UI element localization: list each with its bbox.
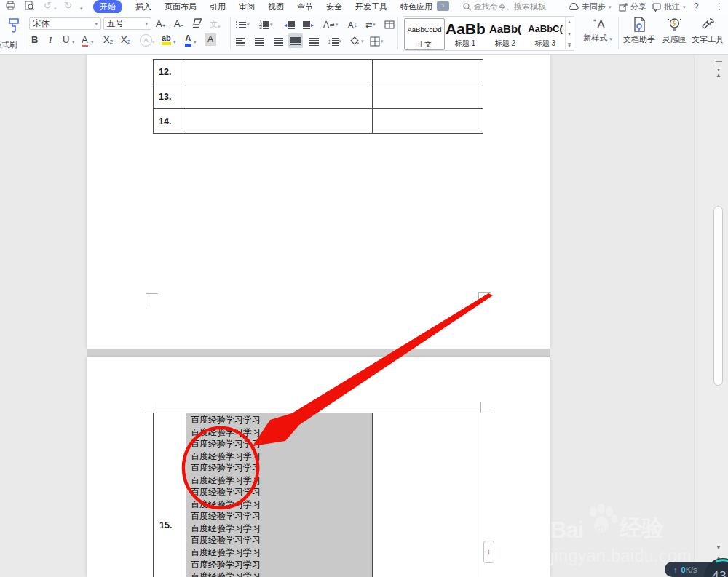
table-cell[interactable] [373, 60, 483, 84]
doc-assistant-button[interactable]: 文档助手 [621, 17, 657, 45]
selected-table-cell[interactable]: 百度经验学习学习百度经验学习学习百度经验学习学习百度经验学习学习百度经验学习学习… [186, 413, 373, 577]
clear-format-icon[interactable] [191, 18, 203, 28]
redo-button[interactable]: ↻ [64, 1, 72, 11]
style-item-标题 2[interactable]: AaBb(标题 2 [486, 18, 525, 49]
command-search[interactable]: 查找命令、搜索模板 [463, 1, 546, 12]
watermark-du-inner: du [596, 523, 608, 534]
bullet-list-button[interactable]: ▾ [236, 17, 250, 32]
baidu-paw-icon: du [584, 519, 619, 544]
more-menu-button[interactable]: ⋮ [715, 1, 724, 12]
superscript-button[interactable]: X2 [103, 34, 113, 45]
style-item-正文[interactable]: AaBbCcDd正文 [404, 18, 445, 50]
phonetic-guide-button[interactable]: 文▾ [210, 19, 221, 30]
highlight-caret-icon[interactable]: ▾ [173, 39, 176, 45]
show-marks-button[interactable]: ⇄▾ [365, 17, 376, 32]
text-tools-button[interactable]: 文字工具 [689, 17, 726, 45]
style-item-标题 1[interactable]: AaBb标题 1 [446, 18, 485, 49]
table-cell[interactable] [186, 60, 373, 84]
grow-font-button[interactable]: A+ [156, 18, 165, 29]
table-cell[interactable] [373, 413, 483, 577]
margin-mark-icon [478, 292, 491, 303]
subscript-button[interactable]: X2 [121, 34, 130, 45]
print-icon[interactable] [6, 1, 15, 10]
new-style-button[interactable]: ＊A 新样式 ▾ [579, 17, 616, 44]
underline-caret-icon[interactable]: ▾ [72, 39, 75, 45]
highlight-button[interactable]: ab [162, 33, 171, 45]
char-shading-button[interactable]: A [205, 33, 216, 46]
line-spacing-button[interactable]: ↕▾ [328, 34, 341, 49]
tab-审阅[interactable]: 审阅 [239, 1, 255, 12]
tab-插入[interactable]: 插入 [135, 1, 151, 12]
tab-页面布局[interactable]: 页面布局 [165, 1, 197, 12]
scroll-down-icon[interactable]: ▼ [713, 545, 724, 551]
document-canvas[interactable]: 12.13.14. 15. 百度经验学习学习百度经验学习学习百度经验学习学习百度… [0, 55, 728, 577]
style-item-标题 3[interactable]: AaBbC(标题 3 [526, 18, 565, 49]
page1-table[interactable]: 12.13.14. [153, 59, 483, 134]
table-cell[interactable] [186, 109, 373, 133]
print-preview-icon[interactable] [25, 1, 34, 10]
table-cell[interactable] [186, 84, 373, 108]
sort-button[interactable]: A↓ [348, 17, 357, 32]
tab-安全[interactable]: 安全 [326, 1, 342, 12]
undo-button[interactable]: ↺ [44, 1, 52, 11]
scrollbar-thumb[interactable] [713, 206, 723, 386]
sync-status-button[interactable]: 未同步 ▾ [569, 1, 612, 12]
gallery-scroll-up-icon[interactable]: ▴ [568, 19, 571, 25]
help-button[interactable]: ? [694, 1, 699, 12]
comment-button[interactable]: 批注 ▾ [652, 1, 686, 12]
tab-overflow-button[interactable]: › [437, 1, 449, 11]
tab-引用[interactable]: 引用 [210, 1, 226, 12]
char-scale-button[interactable]: A⇄▾ [323, 17, 338, 32]
font-size-select[interactable]: 五号▾ [103, 17, 151, 30]
decrease-indent-button[interactable]: ◂ [284, 17, 295, 32]
format-painter-button[interactable] [5, 17, 23, 34]
strikethrough-caret-icon[interactable]: ▾ [91, 39, 94, 45]
row-number-cell[interactable]: 14. [154, 109, 186, 133]
margin-mark-icon [146, 293, 158, 305]
row-number-cell[interactable]: 12. [154, 60, 186, 84]
format-painter-label: 格式刷 [0, 39, 24, 50]
underline-button[interactable]: U [63, 34, 69, 45]
undo-caret-icon[interactable]: ▾ [54, 4, 57, 14]
quick-access-customize-icon[interactable]: ▾ [80, 4, 83, 14]
shrink-font-button[interactable]: A− [174, 18, 183, 29]
text-tool-grid-icon[interactable] [384, 17, 395, 32]
borders-button[interactable]: ▾ [370, 34, 384, 49]
bold-button[interactable]: B [31, 34, 38, 45]
inspiration-button[interactable]: 灵感匣 [656, 17, 692, 45]
enclose-characters-button[interactable]: A [140, 34, 152, 47]
table-cell[interactable] [373, 109, 483, 133]
tab-开始[interactable]: 开始 [93, 0, 122, 14]
upload-speed-unit: K/s [686, 565, 697, 574]
align-center-button[interactable] [255, 34, 264, 49]
row-number-cell[interactable]: 15. [154, 413, 186, 577]
tab-开发工具[interactable]: 开发工具 [355, 1, 387, 12]
font-name-select[interactable]: 宋体▾ [29, 17, 101, 30]
font-color-caret-icon[interactable]: ▾ [194, 39, 197, 45]
table-cell[interactable] [373, 84, 483, 108]
align-right-button[interactable] [274, 34, 283, 49]
cell-text-line: 百度经验学习学习 [191, 414, 370, 426]
justify-button[interactable] [288, 33, 303, 48]
increase-indent-button[interactable]: ▸ [303, 17, 314, 32]
page2-table[interactable]: 15. 百度经验学习学习百度经验学习学习百度经验学习学习百度经验学习学习百度经验… [153, 413, 483, 577]
gallery-scroll-down-icon[interactable]: ▾ [568, 31, 571, 37]
tab-特色应用[interactable]: 特色应用 [400, 1, 432, 12]
ruler-toggle-icon[interactable]: ▾ [713, 61, 724, 73]
cell-text-line: 百度经验学习学习 [191, 522, 370, 535]
gallery-more-icon[interactable]: ▾ [568, 43, 571, 48]
numbered-list-button[interactable]: 123▾ [259, 17, 272, 32]
scroll-up-icon[interactable]: ▲ [713, 73, 724, 79]
tab-视图[interactable]: 视图 [268, 1, 284, 12]
shading-bucket-button[interactable]: ▾ [349, 34, 364, 49]
table-insert-handle[interactable]: + [483, 541, 494, 563]
row-number-cell[interactable]: 13. [154, 84, 186, 108]
align-left-button[interactable] [236, 34, 245, 49]
share-button[interactable]: 分享 [619, 1, 646, 12]
font-color-button[interactable]: A [185, 33, 191, 47]
style-gallery-scroll[interactable]: ▴ ▾ ▾ [565, 17, 573, 49]
italic-button[interactable]: I [49, 34, 52, 46]
distribute-button[interactable] [309, 34, 319, 49]
tab-章节[interactable]: 章节 [297, 1, 313, 12]
strikethrough-button[interactable]: A [82, 34, 88, 47]
